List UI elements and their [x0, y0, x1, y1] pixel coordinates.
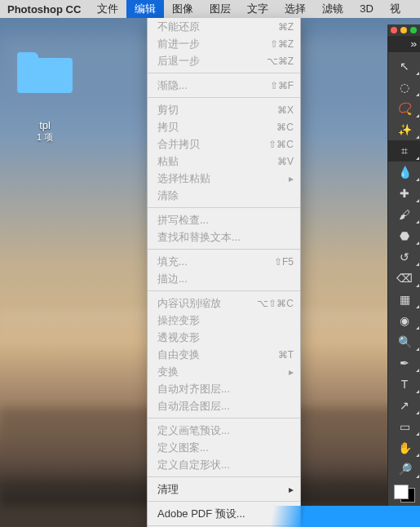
- menu-item-label: 不能还原: [157, 20, 278, 34]
- menu-item-label: 后退一步: [157, 54, 267, 69]
- shape-tool-icon: ▭: [400, 421, 410, 432]
- flyout-indicator-icon: [416, 284, 419, 287]
- menu-item-label: 清除: [157, 188, 294, 203]
- flyout-indicator-icon: [416, 199, 419, 202]
- eyedropper-tool[interactable]: 💧: [388, 162, 420, 183]
- type-tool[interactable]: T: [388, 374, 420, 395]
- menu-文字[interactable]: 文字: [239, 0, 276, 18]
- menu-视[interactable]: 视: [382, 0, 409, 18]
- flyout-indicator-icon: [416, 411, 419, 414]
- hand-tool[interactable]: ✋: [388, 437, 420, 458]
- crop-tool[interactable]: ⌗: [388, 140, 420, 162]
- menu-separator: [148, 73, 300, 73]
- menu-编辑[interactable]: 编辑: [126, 0, 164, 18]
- lasso-tool[interactable]: 📿: [388, 98, 420, 119]
- menu-item-label: 拼写检查...: [157, 213, 294, 228]
- menu-item-label: 自动对齐图层...: [157, 382, 294, 396]
- menu-item-label: 前进一步: [157, 37, 270, 51]
- healing-brush-tool-icon: ✚: [400, 188, 409, 199]
- menu-item-填充...: 填充...⇧F5: [148, 253, 300, 270]
- window-max-icon[interactable]: [410, 27, 417, 33]
- path-select-tool[interactable]: ↗: [388, 395, 420, 416]
- menu-item-label: 变换: [157, 365, 284, 379]
- menu-separator: [148, 290, 300, 291]
- menu-图层[interactable]: 图层: [201, 0, 239, 18]
- menu-item-label: 自由变换: [157, 348, 278, 362]
- menu-item-shortcut: ⌥⌘Z: [267, 55, 294, 67]
- menu-item-shortcut: ⌘T: [278, 349, 294, 361]
- menu-item-剪切: 剪切⌘X: [148, 101, 300, 118]
- flyout-indicator-icon: [416, 114, 419, 117]
- menu-item-label: 选择性粘贴: [157, 171, 284, 186]
- menu-item-shortcut: ⌘V: [277, 156, 294, 167]
- flyout-indicator-icon: [416, 369, 419, 372]
- zoom-tool-icon: 🔎: [398, 463, 412, 475]
- tools-panel-titlebar[interactable]: [387, 24, 420, 36]
- pen-tool-icon: ✒: [400, 357, 409, 369]
- magic-wand-tool[interactable]: ✨: [388, 119, 420, 140]
- double-arrow-icon[interactable]: »: [411, 38, 418, 50]
- shape-tool[interactable]: ▭: [388, 416, 420, 437]
- move-tool-icon: ↖: [400, 60, 409, 72]
- folder-sublabel: 1 项: [8, 131, 82, 144]
- tools-panel-header[interactable]: »: [387, 36, 420, 52]
- menu-separator: [148, 249, 300, 250]
- menu-选择[interactable]: 选择: [276, 0, 314, 18]
- gradient-tool[interactable]: ▦: [388, 289, 420, 310]
- menu-item-清理[interactable]: 清理: [148, 480, 300, 498]
- menu-item-定义自定形状...: 定义自定形状...: [148, 456, 300, 473]
- menubar: Photoshop CC 文件编辑图像图层文字选择滤镜3D视: [0, 0, 420, 18]
- flyout-indicator-icon: [416, 432, 419, 436]
- zoom-tool[interactable]: 🔎: [388, 458, 420, 480]
- move-tool[interactable]: ↖: [388, 55, 420, 77]
- menu-item-label: 定义画笔预设...: [157, 423, 294, 438]
- menu-separator: [148, 501, 300, 502]
- menu-item-自动混合图层...: 自动混合图层...: [148, 397, 300, 414]
- menu-item-后退一步: 后退一步⌥⌘Z: [148, 52, 300, 69]
- crop-tool-icon: ⌗: [401, 145, 408, 157]
- desktop-folder[interactable]: tpl 1 项: [8, 52, 82, 144]
- marquee-tool[interactable]: ◌: [388, 77, 420, 98]
- menu-文件[interactable]: 文件: [89, 0, 126, 18]
- brush-tool[interactable]: 🖌: [388, 204, 420, 225]
- menu-item-label: 填充...: [157, 255, 274, 269]
- menu-item-label: 定义图案...: [157, 441, 294, 455]
- flyout-indicator-icon: [416, 178, 419, 181]
- clone-stamp-tool[interactable]: ⬣: [388, 225, 420, 246]
- history-brush-tool[interactable]: ↺: [388, 246, 420, 268]
- window-close-icon[interactable]: [391, 27, 397, 33]
- dodge-tool[interactable]: 🔍: [388, 331, 420, 352]
- eraser-tool[interactable]: ⌫: [388, 268, 420, 289]
- menu-滤镜[interactable]: 滤镜: [314, 0, 351, 18]
- folder-icon: [17, 52, 73, 93]
- healing-brush-tool[interactable]: ✚: [388, 183, 420, 204]
- folder-label: tpl: [8, 119, 82, 131]
- menu-item-label: 清理: [157, 482, 284, 497]
- eyedropper-tool-icon: 💧: [398, 166, 412, 178]
- flyout-indicator-icon: [416, 220, 419, 224]
- color-swatches[interactable]: [388, 480, 420, 507]
- decorative-blue-wedge: [257, 506, 420, 527]
- pen-tool[interactable]: ✒: [388, 352, 420, 374]
- magic-wand-tool-icon: ✨: [398, 124, 412, 135]
- menu-item-label: 拷贝: [157, 120, 276, 135]
- blur-tool[interactable]: ◉: [388, 310, 420, 331]
- menu-item-label: 剪切: [157, 103, 277, 117]
- menu-图像[interactable]: 图像: [164, 0, 201, 18]
- path-select-tool-icon: ↗: [400, 400, 409, 411]
- menu-item-label: 描边...: [157, 272, 294, 286]
- clone-stamp-tool-icon: ⬣: [400, 230, 409, 241]
- flyout-indicator-icon: [416, 390, 419, 393]
- menu-separator: [148, 418, 300, 418]
- flyout-indicator-icon: [416, 241, 419, 245]
- window-min-icon[interactable]: [400, 27, 407, 33]
- hand-tool-icon: ✋: [398, 442, 412, 454]
- menu-item-操控变形: 操控变形: [148, 312, 300, 329]
- brush-tool-icon: 🖌: [399, 209, 410, 220]
- menu-3D[interactable]: 3D: [351, 0, 382, 18]
- menu-item-变换: 变换: [148, 363, 300, 380]
- menu-item-shortcut: ⇧⌘C: [268, 139, 294, 150]
- menu-item-shortcut: ⇧⌘F: [270, 80, 294, 91]
- menu-item-粘贴: 粘贴⌘V: [148, 153, 300, 170]
- menu-item-透视变形: 透视变形: [148, 329, 300, 346]
